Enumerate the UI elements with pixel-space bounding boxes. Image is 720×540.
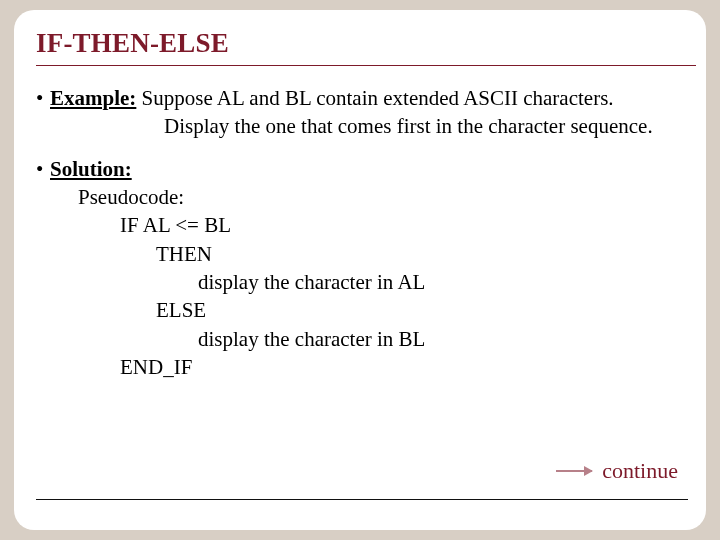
code-if: IF AL <= BL xyxy=(120,211,425,239)
continue-link[interactable]: continue xyxy=(556,458,678,484)
bullet-icon: • xyxy=(36,84,50,141)
code-then: THEN xyxy=(156,240,425,268)
title-underline xyxy=(36,65,696,66)
bullet-icon: • xyxy=(36,155,50,382)
code-endif: END_IF xyxy=(120,353,425,381)
code-else-body: display the character in BL xyxy=(198,325,425,353)
solution-body: Solution: Pseudocode: IF AL <= BL THEN d… xyxy=(50,155,425,382)
arrow-right-icon xyxy=(556,470,592,472)
example-text: Example: Suppose AL and BL contain exten… xyxy=(50,84,653,141)
example-line1: Suppose AL and BL contain extended ASCII… xyxy=(136,86,613,110)
example-line2: Display the one that comes first in the … xyxy=(164,112,653,140)
content-area: • Example: Suppose AL and BL contain ext… xyxy=(36,84,696,381)
solution-label: Solution: xyxy=(50,155,132,183)
solution-block: • Solution: Pseudocode: IF AL <= BL THEN… xyxy=(36,155,696,382)
continue-label: continue xyxy=(602,458,678,484)
pseudocode-label: Pseudocode: xyxy=(78,183,425,211)
code-then-body: display the character in AL xyxy=(198,268,425,296)
slide-title: IF-THEN-ELSE xyxy=(36,28,696,59)
example-label: Example: xyxy=(50,86,136,110)
slide: IF-THEN-ELSE • Example: Suppose AL and B… xyxy=(14,10,706,530)
code-else: ELSE xyxy=(156,296,425,324)
bottom-divider xyxy=(36,499,688,500)
example-block: • Example: Suppose AL and BL contain ext… xyxy=(36,84,696,141)
